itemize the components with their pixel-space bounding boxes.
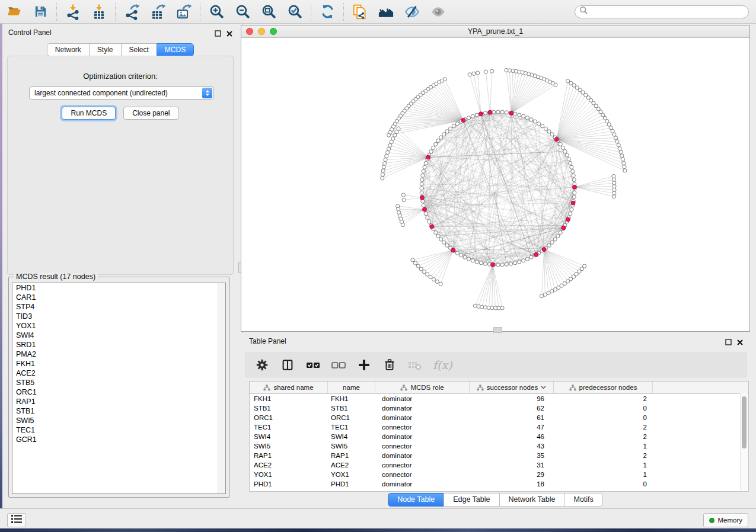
- network-node[interactable]: [471, 259, 474, 262]
- mcds-result-item[interactable]: STP4: [12, 302, 225, 312]
- network-node[interactable]: [432, 146, 435, 149]
- table-cell[interactable]: 29: [470, 470, 554, 479]
- search-input[interactable]: [588, 6, 748, 18]
- network-node[interactable]: [483, 111, 487, 115]
- select-all-icon[interactable]: [305, 357, 321, 373]
- table-cell[interactable]: 2: [554, 422, 653, 432]
- network-node[interactable]: [422, 169, 425, 173]
- network-node[interactable]: [559, 142, 562, 146]
- network-node[interactable]: [533, 120, 537, 123]
- mcds-result-item[interactable]: PMA2: [12, 350, 225, 359]
- gear-icon[interactable]: [254, 357, 270, 373]
- mcds-result-item[interactable]: SRD1: [12, 340, 225, 350]
- network-hub-node[interactable]: [509, 111, 513, 115]
- table-row[interactable]: TEC1TEC1connector472: [250, 422, 748, 432]
- deselect-all-icon[interactable]: [331, 357, 346, 373]
- network-node[interactable]: [493, 306, 497, 310]
- network-hub-node[interactable]: [534, 252, 538, 257]
- task-history-button[interactable]: [7, 513, 26, 527]
- network-node[interactable]: [391, 137, 395, 140]
- table-cell[interactable]: dominator: [375, 451, 470, 460]
- table-cell[interactable]: 46: [470, 432, 554, 441]
- network-node[interactable]: [455, 122, 459, 126]
- table-cell[interactable]: 18: [470, 479, 554, 489]
- network-hub-node[interactable]: [572, 185, 576, 189]
- network-node[interactable]: [614, 136, 617, 140]
- network-node[interactable]: [448, 127, 452, 130]
- zoom-selected-button[interactable]: [285, 2, 304, 21]
- network-node[interactable]: [420, 178, 424, 181]
- table-row[interactable]: PHD1PHD1dominator180: [250, 479, 748, 489]
- network-node[interactable]: [490, 69, 494, 73]
- table-cell[interactable]: STB1: [250, 403, 328, 413]
- network-hub-node[interactable]: [422, 207, 426, 211]
- network-node[interactable]: [475, 260, 479, 264]
- float-panel-icon[interactable]: [215, 28, 221, 39]
- network-node[interactable]: [547, 291, 550, 294]
- network-node[interactable]: [422, 270, 426, 274]
- network-node[interactable]: [570, 208, 573, 211]
- table-cell[interactable]: dominator: [375, 413, 470, 422]
- network-hub-node[interactable]: [451, 248, 455, 252]
- delete-icon[interactable]: [382, 357, 397, 373]
- tab-mcds[interactable]: MCDS: [157, 43, 194, 56]
- table-cell[interactable]: 47: [470, 422, 554, 432]
- network-hub-node[interactable]: [488, 110, 492, 114]
- table-cell[interactable]: 96: [470, 394, 554, 403]
- show-all-button[interactable]: [429, 2, 448, 21]
- table-cell[interactable]: SWI5: [328, 441, 375, 451]
- zoom-in-button[interactable]: [207, 2, 226, 21]
- export-table-button[interactable]: [148, 2, 167, 21]
- network-node[interactable]: [496, 110, 500, 114]
- network-node[interactable]: [442, 241, 446, 244]
- network-node[interactable]: [522, 259, 525, 262]
- network-node[interactable]: [570, 165, 573, 169]
- tab-network[interactable]: Network: [47, 43, 90, 56]
- network-node[interactable]: [569, 161, 572, 165]
- network-node[interactable]: [445, 243, 449, 247]
- network-node[interactable]: [544, 127, 547, 130]
- network-node[interactable]: [420, 187, 423, 190]
- table-cell[interactable]: connector: [375, 422, 470, 432]
- network-node[interactable]: [573, 191, 576, 194]
- network-node[interactable]: [393, 133, 397, 137]
- network-node[interactable]: [622, 161, 626, 165]
- network-node[interactable]: [522, 114, 525, 118]
- network-node[interactable]: [525, 116, 529, 120]
- network-node[interactable]: [615, 140, 619, 143]
- network-node[interactable]: [387, 147, 391, 150]
- network-node[interactable]: [436, 234, 440, 238]
- network-node[interactable]: [541, 124, 544, 128]
- network-node[interactable]: [435, 280, 439, 283]
- network-node[interactable]: [490, 306, 494, 310]
- table-cell[interactable]: 31: [470, 460, 554, 470]
- table-cell[interactable]: SWI4: [328, 432, 375, 441]
- network-node[interactable]: [439, 136, 443, 139]
- table-row[interactable]: ACE2ACE2connector311: [250, 460, 748, 470]
- network-node[interactable]: [569, 212, 572, 216]
- table-cell[interactable]: RAP1: [328, 451, 375, 460]
- network-hub-node[interactable]: [491, 262, 495, 267]
- table-row[interactable]: YOX1YOX1connector291: [250, 470, 748, 479]
- network-view-titlebar[interactable]: YPA_prune.txt_1: [241, 25, 749, 38]
- table-row[interactable]: SWI4SWI4dominator462: [250, 432, 748, 441]
- mcds-result-item[interactable]: FKH1: [12, 359, 225, 368]
- network-node[interactable]: [553, 238, 557, 241]
- table-cell[interactable]: connector: [375, 441, 470, 451]
- close-panel-button[interactable]: Close panel: [123, 107, 178, 120]
- network-node[interactable]: [439, 238, 443, 241]
- table-cell[interactable]: RAP1: [250, 451, 328, 460]
- network-node[interactable]: [513, 112, 517, 116]
- network-node[interactable]: [492, 110, 496, 114]
- network-node[interactable]: [477, 305, 480, 308]
- network-node[interactable]: [529, 118, 533, 121]
- network-node[interactable]: [525, 257, 529, 261]
- network-node[interactable]: [424, 212, 428, 216]
- mcds-result-item[interactable]: STB5: [12, 378, 225, 387]
- column-header-name[interactable]: name: [328, 382, 375, 393]
- network-node[interactable]: [547, 243, 551, 247]
- network-node[interactable]: [381, 169, 385, 172]
- network-node[interactable]: [583, 264, 586, 268]
- table-cell[interactable]: 0: [554, 403, 653, 413]
- network-node[interactable]: [556, 234, 560, 238]
